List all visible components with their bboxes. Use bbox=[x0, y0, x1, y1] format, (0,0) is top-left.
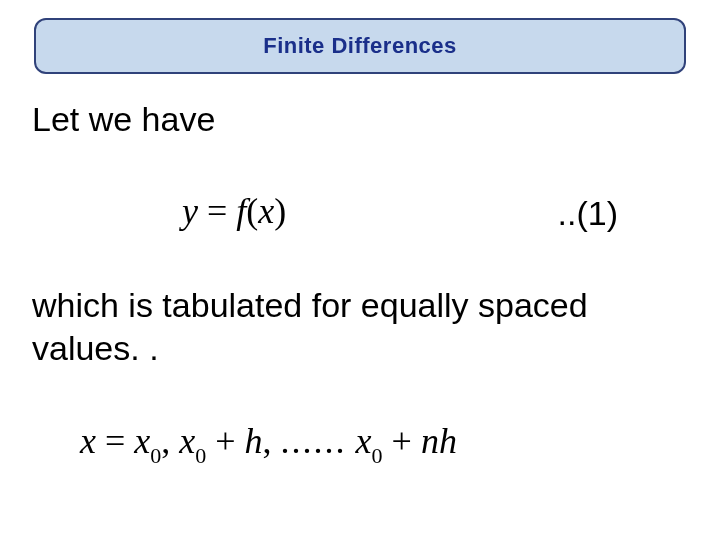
equation-1-row: y = f(x) ..(1) bbox=[32, 190, 688, 238]
title-box: Finite Differences bbox=[34, 18, 686, 74]
eq2-x0c: x0 bbox=[356, 421, 383, 461]
eq2-comma2: , bbox=[263, 421, 281, 461]
eq2-h2: h bbox=[439, 421, 457, 461]
eq2-h1: h bbox=[245, 421, 263, 461]
eq2-plus2: + bbox=[383, 421, 421, 461]
eq1-eqsign: = bbox=[198, 191, 236, 231]
eq1-close: ) bbox=[274, 191, 286, 231]
eq1-fn: f bbox=[236, 191, 246, 231]
eq2-eq: = bbox=[96, 421, 134, 461]
eq2-comma1: , bbox=[161, 421, 179, 461]
eq2-x0b: x0 bbox=[179, 421, 206, 461]
eq1-lhs: y bbox=[182, 191, 198, 231]
eq1-open: ( bbox=[246, 191, 258, 231]
eq2-n: n bbox=[421, 421, 439, 461]
page-title: Finite Differences bbox=[263, 33, 457, 59]
equation-1: y = f(x) bbox=[182, 190, 286, 232]
eq2-x0a: x0 bbox=[134, 421, 161, 461]
body-text: which is tabulated for equally spaced va… bbox=[32, 284, 672, 369]
eq2-x: x bbox=[80, 421, 96, 461]
intro-text: Let we have bbox=[32, 100, 215, 139]
eq2-plus1: + bbox=[206, 421, 244, 461]
eq1-arg: x bbox=[258, 191, 274, 231]
equation-1-label: ..(1) bbox=[558, 194, 618, 233]
eq2-dots: ...... bbox=[281, 421, 347, 461]
equation-2: x = x0, x0 + h, ...... x0 + nh bbox=[80, 420, 457, 467]
